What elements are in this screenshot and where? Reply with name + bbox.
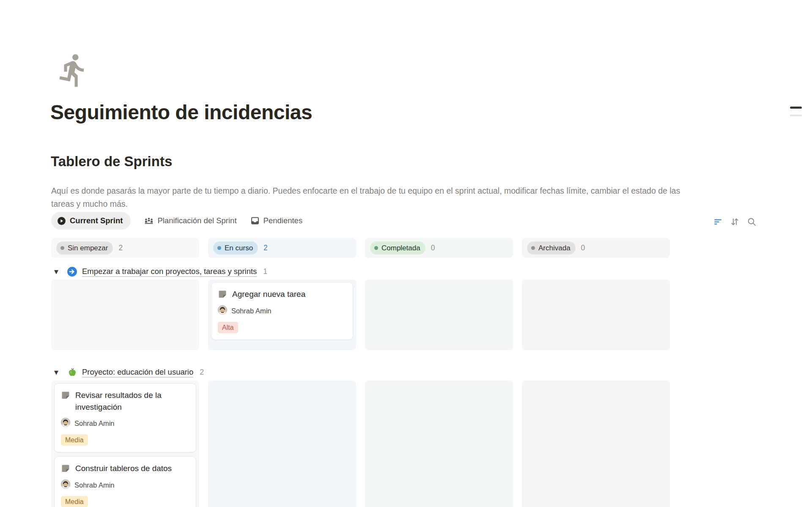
status-pill-archivada[interactable]: Archivada xyxy=(527,241,576,255)
status-label: Sin empezar xyxy=(68,244,108,252)
board-cell: Revisar resultados de la investigación xyxy=(51,381,199,507)
priority-tag: Media xyxy=(61,434,88,446)
column-count: 2 xyxy=(263,244,268,252)
board-toolbar xyxy=(713,217,757,227)
priority-tag: Media xyxy=(61,496,88,507)
status-label: Archivada xyxy=(538,244,571,252)
tab-label: Current Sprint xyxy=(70,216,123,225)
column-header-sin-empezar: Sin empezar 2 xyxy=(51,238,199,258)
status-dot xyxy=(374,246,378,250)
tab-sprint-planning[interactable]: Planificación del Sprint xyxy=(144,216,236,225)
filter-icon[interactable] xyxy=(713,217,723,227)
board-cell xyxy=(208,381,356,507)
play-circle-icon xyxy=(57,217,66,225)
toc-line[interactable] xyxy=(790,115,802,116)
group-count: 1 xyxy=(263,267,267,276)
task-note-icon xyxy=(61,391,70,402)
card-assignee: Sohrab Amin xyxy=(61,480,189,491)
running-person-icon xyxy=(55,52,91,88)
column-header-archivada: Archivada 0 xyxy=(522,238,670,258)
group-count: 2 xyxy=(200,368,204,377)
group-header-proyecto: ▼ Proyecto: educación del usuario 2 xyxy=(54,365,204,379)
sort-icon[interactable] xyxy=(730,217,740,227)
avatar xyxy=(61,418,70,429)
column-count: 0 xyxy=(431,244,435,252)
board-row-group-1: Agregar nueva tarea xyxy=(51,280,670,350)
page-title[interactable]: Seguimiento de incidencias xyxy=(50,101,312,124)
card-title: Revisar resultados de la investigación xyxy=(75,389,189,413)
tab-label: Planificación del Sprint xyxy=(157,216,236,225)
blue-arrow-circle-icon xyxy=(67,266,77,277)
card-assignee: Sohrab Amin xyxy=(61,418,189,429)
status-pill-completada[interactable]: Completada xyxy=(370,241,425,255)
card-revisar-resultados[interactable]: Revisar resultados de la investigación xyxy=(54,383,196,452)
avatar xyxy=(218,305,227,316)
board-row-group-2: Revisar resultados de la investigación xyxy=(51,381,670,507)
status-dot xyxy=(60,246,64,250)
board-cell xyxy=(365,381,513,507)
board-description-line: tareas y mucho más. xyxy=(51,197,680,211)
status-label: En curso xyxy=(225,244,253,252)
avatar xyxy=(61,480,70,491)
table-of-contents[interactable] xyxy=(790,107,802,116)
column-header-completada: Completada 0 xyxy=(365,238,513,258)
page-icon-running-person[interactable] xyxy=(55,52,91,88)
task-note-icon xyxy=(218,290,227,301)
board-heading: Tablero de Sprints xyxy=(51,153,172,170)
tab-current-sprint[interactable]: Current Sprint xyxy=(51,212,131,230)
column-header-en-curso: En curso 2 xyxy=(208,238,356,258)
status-dot xyxy=(531,246,535,250)
task-note-icon xyxy=(61,464,70,475)
board-cell xyxy=(51,280,199,350)
tab-label: Pendientes xyxy=(263,216,303,225)
column-count: 2 xyxy=(118,244,123,252)
board-description-line: Aquí es donde pasarás la mayor parte de … xyxy=(51,184,680,197)
board-description: Aquí es donde pasarás la mayor parte de … xyxy=(51,184,680,211)
board-cell: Agregar nueva tarea xyxy=(208,280,356,350)
assignee-name: Sohrab Amin xyxy=(231,307,271,315)
collapse-triangle-icon[interactable]: ▼ xyxy=(54,369,60,375)
board-column-headers: Sin empezar 2 En curso 2 Completada 0 Ar… xyxy=(51,238,670,258)
green-apple-icon xyxy=(67,367,77,378)
group-title-link[interactable]: Proyecto: educación del usuario xyxy=(82,367,193,377)
inbox-icon xyxy=(250,216,260,225)
view-tabs: Current Sprint Planificación del Sprint … xyxy=(51,212,302,230)
card-construir-tableros[interactable]: Construir tableros de datos xyxy=(54,456,196,507)
board-cell xyxy=(522,381,670,507)
card-title: Construir tableros de datos xyxy=(75,463,172,474)
toc-line-active[interactable] xyxy=(790,107,802,109)
status-label: Completada xyxy=(381,244,420,252)
card-assignee: Sohrab Amin xyxy=(218,305,346,316)
tab-backlog[interactable]: Pendientes xyxy=(250,216,303,225)
assignee-name: Sohrab Amin xyxy=(74,419,114,428)
search-icon[interactable] xyxy=(746,217,757,227)
people-meeting-icon xyxy=(144,216,154,225)
status-dot xyxy=(217,246,221,250)
card-agregar-nueva-tarea[interactable]: Agregar nueva tarea xyxy=(211,282,353,340)
group-header-empezar: ▼ Empezar a trabajar con proyectos, tare… xyxy=(54,265,267,278)
status-pill-sin-empezar[interactable]: Sin empezar xyxy=(56,241,113,255)
group-title-link[interactable]: Empezar a trabajar con proyectos, tareas… xyxy=(82,267,257,276)
assignee-name: Sohrab Amin xyxy=(74,481,114,489)
priority-tag: Alta xyxy=(218,322,238,333)
card-title: Agregar nueva tarea xyxy=(232,288,305,300)
column-count: 0 xyxy=(581,244,585,252)
collapse-triangle-icon[interactable]: ▼ xyxy=(54,269,60,275)
board-cell xyxy=(522,280,670,350)
board-cell xyxy=(365,280,513,350)
status-pill-en-curso[interactable]: En curso xyxy=(213,241,258,255)
